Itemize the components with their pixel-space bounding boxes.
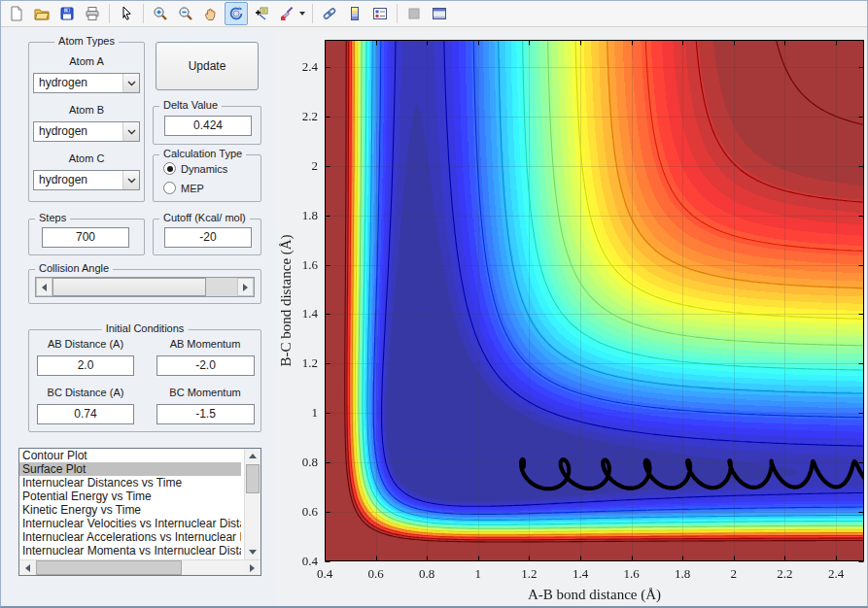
dynamics-radio-row[interactable]: Dynamics: [163, 162, 227, 175]
atom-b-label: Atom B: [28, 104, 145, 116]
rotate-3d-button[interactable]: [225, 2, 248, 25]
scroll-right-button[interactable]: [244, 560, 260, 575]
mep-radio[interactable]: [163, 182, 176, 194]
dynamics-radio-label: Dynamics: [181, 163, 227, 175]
left-arrow-icon: [25, 564, 30, 572]
rotate-3d-icon: [228, 6, 244, 21]
atom-a-value: hydrogen: [34, 74, 122, 92]
hide-plot-tools-button[interactable]: [402, 2, 426, 25]
collision-angle-group: Collision Angle: [28, 269, 261, 304]
initial-conditions-title: Initial Conditions: [102, 322, 189, 334]
ab-momentum-label: AB Momentum: [156, 338, 255, 350]
slider-thumb[interactable]: [52, 278, 206, 296]
up-arrow-icon: [249, 454, 257, 458]
mep-radio-label: MEP: [181, 183, 204, 194]
brush-dropdown-arrow[interactable]: [299, 12, 305, 16]
horizontal-scrollbar[interactable]: [19, 559, 260, 575]
atom-a-select[interactable]: hydrogen: [33, 73, 140, 93]
save-figure-button[interactable]: [55, 2, 79, 25]
insert-colorbar-button[interactable]: [343, 2, 366, 25]
chevron-down-icon[interactable]: [122, 74, 139, 92]
pan-button[interactable]: [199, 2, 223, 25]
toolbar-separator: [109, 4, 110, 23]
ab-distance-field[interactable]: 2.0: [37, 355, 134, 376]
vertical-scroll-thumb[interactable]: [246, 464, 260, 493]
print-figure-button[interactable]: [81, 2, 104, 25]
horizontal-scroll-track[interactable]: [182, 560, 244, 575]
down-arrow-icon: [249, 550, 257, 555]
scroll-left-button[interactable]: [19, 560, 36, 575]
atom-b-select[interactable]: hydrogen: [33, 121, 140, 142]
plot-type-listbox[interactable]: Contour Plot Surface Plot Internuclear D…: [18, 448, 261, 576]
delta-value-group: Delta Value 0.424: [153, 106, 261, 145]
plot-region: [278, 28, 868, 608]
list-item[interactable]: Internuclear Momenta vs Internuclear Dis…: [19, 544, 241, 557]
slider-track[interactable]: [206, 278, 237, 296]
atom-c-select[interactable]: hydrogen: [33, 170, 140, 190]
left-arrow-icon: [42, 284, 47, 291]
legend-icon: [372, 6, 388, 21]
horizontal-scroll-thumb[interactable]: [36, 560, 182, 575]
folder-icon: [34, 6, 50, 21]
hide-tools-icon: [406, 6, 422, 21]
scroll-down-button[interactable]: [245, 545, 260, 559]
floppy-icon: [59, 6, 75, 21]
list-item[interactable]: Internuclear Distances vs Time: [19, 476, 241, 490]
show-plot-tools-button[interactable]: [428, 2, 451, 25]
datatip-icon: [254, 6, 269, 21]
delta-value-field[interactable]: 0.424: [164, 116, 252, 136]
dynamics-radio[interactable]: [163, 162, 176, 175]
ab-distance-label: AB Distance (A): [37, 338, 134, 350]
cutoff-title: Cutoff (Kcal/ mol): [159, 212, 250, 223]
brush-icon: [279, 6, 295, 21]
cutoff-field[interactable]: -20: [164, 227, 252, 248]
collision-angle-title: Collision Angle: [35, 262, 113, 274]
toolbar-separator: [397, 4, 398, 23]
link-plot-button[interactable]: [318, 2, 341, 25]
bc-distance-label: BC Distance (A): [37, 387, 134, 398]
zoom-out-button[interactable]: [174, 2, 197, 25]
toolbar-separator: [312, 4, 313, 23]
toolbar-separator: [143, 4, 144, 23]
calculation-type-group: Calculation Type Dynamics MEP: [153, 154, 261, 202]
pointer-icon: [119, 6, 134, 21]
magnifier-plus-icon: [153, 6, 168, 21]
link-icon: [322, 6, 337, 21]
atom-a-label: Atom A: [28, 55, 145, 67]
new-figure-button[interactable]: [5, 2, 28, 25]
vertical-scrollbar[interactable]: [244, 449, 260, 559]
slider-right-arrow[interactable]: [237, 278, 254, 296]
right-arrow-icon: [243, 284, 248, 291]
edit-plot-button[interactable]: [115, 2, 138, 25]
pes-contour-plot[interactable]: [278, 28, 868, 608]
data-cursor-button[interactable]: [250, 2, 273, 25]
list-item[interactable]: Kinetic Energy vs Time: [19, 503, 241, 517]
list-item[interactable]: Internuclear Accelerations vs Internucle…: [19, 530, 241, 544]
atom-c-label: Atom C: [28, 152, 145, 164]
hand-icon: [203, 6, 219, 21]
update-button[interactable]: Update: [156, 42, 259, 90]
scroll-up-button[interactable]: [245, 449, 260, 463]
brush-data-button[interactable]: [275, 2, 298, 25]
printer-icon: [85, 6, 100, 21]
slider-left-arrow[interactable]: [36, 278, 52, 296]
figure-toolbar: [1, 1, 867, 27]
zoom-in-button[interactable]: [149, 2, 172, 25]
steps-field[interactable]: 700: [42, 227, 129, 248]
insert-legend-button[interactable]: [368, 2, 392, 25]
magnifier-minus-icon: [178, 6, 193, 21]
chevron-down-icon[interactable]: [122, 171, 139, 189]
list-item[interactable]: Internuclear Velocities vs Internuclear …: [19, 517, 241, 530]
list-item[interactable]: Contour Plot: [19, 449, 241, 462]
collision-angle-slider[interactable]: [35, 277, 255, 297]
page-icon: [9, 6, 24, 21]
chevron-down-icon[interactable]: [122, 122, 139, 141]
open-file-button[interactable]: [30, 2, 53, 25]
ab-momentum-field[interactable]: -2.0: [156, 355, 255, 376]
bc-distance-field[interactable]: 0.74: [37, 404, 134, 424]
colorbar-icon: [347, 6, 363, 21]
bc-momentum-field[interactable]: -1.5: [156, 404, 255, 424]
list-item-selected[interactable]: Surface Plot: [19, 462, 241, 476]
list-item[interactable]: Potential Energy vs Time: [19, 490, 241, 503]
mep-radio-row[interactable]: MEP: [163, 182, 204, 194]
